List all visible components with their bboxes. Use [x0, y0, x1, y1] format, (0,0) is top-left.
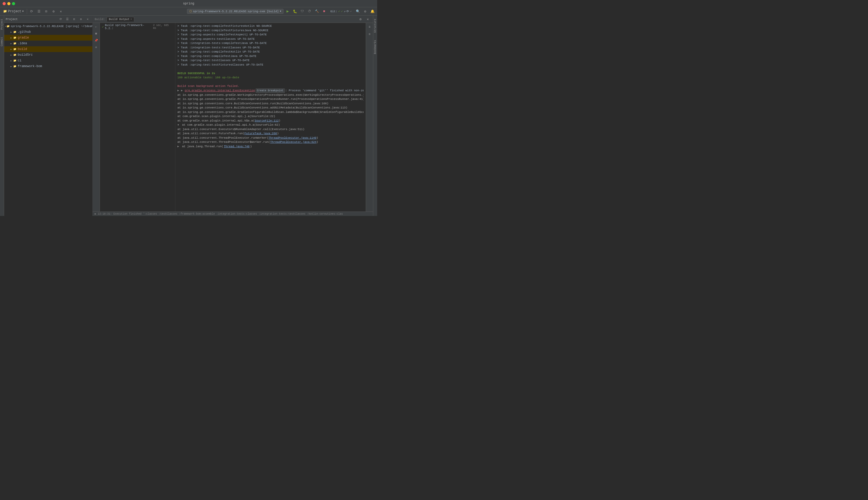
build-config-chevron: ▼ — [280, 10, 281, 13]
bookmarks-vertical-tab[interactable]: Bookmarks — [373, 38, 377, 56]
run-with-coverage-button[interactable]: 🛡 — [299, 8, 305, 14]
build-area: Build: Build Output ✕ ⚙ ✕ ← ■ 📌 ⊙ ✓ — [93, 15, 373, 216]
github-folder-icon: 📁 — [13, 30, 16, 34]
stack-text-11: at java.util.concurrent.ThreadPoolExecut… — [178, 140, 270, 144]
tree-item-buildsrc[interactable]: ▶ 📁 buildSrc — [4, 52, 92, 58]
tree-label-build: build — [18, 47, 27, 51]
tree-item-ci[interactable]: ▶ 📁 ci — [4, 58, 92, 64]
log-stack-9: at java.util.concurrent.FutureTask.run(F… — [178, 132, 364, 136]
git-back-icon: ↩ — [350, 10, 352, 13]
structure-vertical-tab[interactable]: Structure — [373, 17, 377, 34]
log-build-success: BUILD SUCCESSFUL in 2s — [178, 71, 364, 76]
tree-item-gradle[interactable]: ▶ 📁 gradle — [4, 35, 92, 41]
build-tab-close-btn[interactable]: ✕ — [130, 18, 132, 21]
toolbar-sync-button[interactable]: ⟳ — [28, 8, 35, 14]
build-config-selector[interactable]: ⬡ spring-framework-5.2.22.RELEASE:spring… — [187, 9, 284, 14]
stack-link-7[interactable]: SourceFile:112 — [255, 119, 278, 122]
tree-item-build[interactable]: ▶ 📁 build — [4, 46, 92, 52]
create-breakpoint-btn[interactable]: Create breakpoint — [256, 89, 285, 93]
project-tree: ▼ 📁 spring-framework-5.2.22.RELEASE [spr… — [4, 23, 92, 216]
tree-arrow-ci: ▶ — [9, 59, 13, 62]
stop-btn[interactable]: ■ — [93, 31, 99, 36]
maximize-button[interactable] — [12, 2, 15, 5]
right-list-btn[interactable]: ≡ — [366, 24, 373, 30]
build-config-label: spring-framework-5.2.22.RELEASE:spring-o… — [193, 10, 279, 13]
build-close-btn[interactable]: ✕ — [365, 16, 371, 22]
stop-button[interactable]: ■ — [321, 8, 327, 14]
run-button[interactable]: ▶ — [285, 8, 291, 14]
right-filter-btn[interactable]: ≡ — [366, 31, 373, 37]
commit-vertical-tab[interactable]: Commit — [0, 35, 4, 48]
project-menu[interactable]: 📁 Project ▼ — [2, 9, 25, 14]
debug-button[interactable]: 🐛 — [292, 8, 298, 14]
project-header-collapse-btn[interactable]: ⊟ — [71, 16, 77, 22]
exception-class-link[interactable]: org.gradle.process.internal.ExecExceptio… — [185, 89, 255, 93]
log-stack-11: at java.util.concurrent.ThreadPoolExecut… — [178, 140, 364, 144]
log-stack-thread: ▶ at java.lang.Thread.run(Thread.java:74… — [178, 144, 364, 149]
git-check-icon: ✓ — [339, 10, 340, 13]
right-panel-icons: ≡ ≡ — [366, 23, 373, 212]
toolbar-separator-1 — [27, 9, 27, 14]
log-line-10: > Task :spring-test:testFixturesClasses … — [178, 63, 364, 67]
project-vertical-tab[interactable]: Project — [0, 17, 4, 31]
tree-item-github[interactable]: ▶ 📁 .github — [4, 29, 92, 35]
main-content: Project Commit Project ⟳ ☰ ⊟ ⚙ ✕ ▼ 📁 spr… — [0, 15, 377, 216]
git-check2-icon: ✓ — [341, 10, 343, 13]
build-success-icon: ✓ — [102, 25, 104, 29]
minimize-button[interactable] — [7, 2, 10, 5]
window-controls — [3, 2, 15, 5]
exception-bullet2-icon: ▶ — [181, 89, 184, 93]
filter-btn[interactable]: ⊙ — [93, 44, 99, 50]
stack-link-11[interactable]: ThreadPoolExecutor.java:624 — [270, 140, 316, 144]
stack-close-9: ) — [277, 132, 279, 135]
tree-label-buildsrc: buildSrc — [18, 53, 33, 57]
left-vertical-tabs: Project Commit — [0, 15, 4, 216]
log-stack-1: at io.spring.ge.conventions.gradle.Worki… — [178, 93, 364, 97]
pin-btn[interactable]: 📌 — [93, 37, 99, 43]
stack-close-11: ) — [317, 140, 318, 144]
notifications-button[interactable]: 🔔 — [369, 8, 376, 14]
stack-close-10: ) — [317, 136, 318, 139]
build-button[interactable]: 🔨 — [314, 8, 320, 14]
window-title: spring — [183, 2, 194, 5]
git-section: Git: ✓ ✓ ↗ ⟳ ↩ — [330, 10, 352, 13]
idea-folder-icon: 📁 — [13, 42, 16, 45]
log-stack-3: at io.spring.ge.conventions.core.BuildSc… — [178, 101, 364, 106]
project-dropdown-icon: ▼ — [22, 10, 23, 13]
stack-link-10[interactable]: ThreadPoolExecutor.java:1149 — [269, 136, 317, 139]
toolbar-list-button[interactable]: ☰ — [36, 8, 42, 14]
toolbar-close-panel-button[interactable]: ✕ — [58, 8, 64, 14]
log-line-6: > Task :integration-tests:testClasses UP… — [178, 46, 364, 50]
log-stack-8: at java.util.concurrent.Executors$Runnab… — [178, 127, 364, 132]
build-output-tab[interactable]: Build Output ✕ — [107, 17, 135, 22]
project-header-sync-btn[interactable]: ⟳ — [57, 16, 64, 22]
stack-text-bp: at com.gradle.scan.plugin.internal.api.h… — [182, 123, 280, 127]
search-everywhere-button[interactable]: 🔍 — [355, 8, 361, 14]
log-line-9: > Task :spring-test:testClasses UP-TO-DA… — [178, 58, 364, 63]
toolbar-settings-button[interactable]: ⚙ — [50, 8, 57, 14]
settings-button[interactable]: ⚙ — [362, 8, 368, 14]
exception-rest: : Process 'command 'git'' finished with … — [285, 89, 364, 93]
stack-link-9[interactable]: FutureTask.java:266 — [244, 132, 277, 135]
build-log[interactable]: > Task :spring-test:compileTestFixturesK… — [175, 23, 366, 212]
git-arrow-icon: ↗ — [344, 10, 346, 13]
tree-item-root[interactable]: ▼ 📁 spring-framework-5.2.22.RELEASE [spr… — [4, 23, 92, 29]
project-header-settings-btn[interactable]: ⚙ — [78, 16, 84, 22]
build-tab-label: Build Output — [109, 18, 129, 21]
log-stack-4: at io.spring.ge.conventions.core.BuildSc… — [178, 106, 364, 110]
build-settings-btn[interactable]: ⚙ — [357, 16, 364, 22]
status-bar-anchor-icon: ▶ — [95, 213, 96, 215]
profile-button[interactable]: ⏱ — [306, 8, 313, 14]
tree-arrow-framework-bom: ▶ — [9, 65, 13, 68]
toolbar-collapse-button[interactable]: ⊟ — [43, 8, 49, 14]
close-button[interactable] — [3, 2, 6, 5]
back-btn[interactable]: ← — [93, 24, 99, 30]
tree-item-framework-bom[interactable]: ▶ 📁 framework-bom — [4, 64, 92, 69]
log-line-7: > Task :spring-test:compileTestKotlin UP… — [178, 50, 364, 54]
build-tree-item[interactable]: ✓ Build spring-framework-5.2.: 2 sec, 68… — [100, 24, 175, 30]
left-action-panel: ← ■ 📌 ⊙ — [93, 23, 100, 212]
tree-item-idea[interactable]: ▶ 📁 .idea — [4, 41, 92, 46]
project-header-close-btn[interactable]: ✕ — [84, 16, 91, 22]
project-header-list-btn[interactable]: ☰ — [64, 16, 70, 22]
stack-link-thread[interactable]: Thread.java:748 — [224, 144, 250, 149]
